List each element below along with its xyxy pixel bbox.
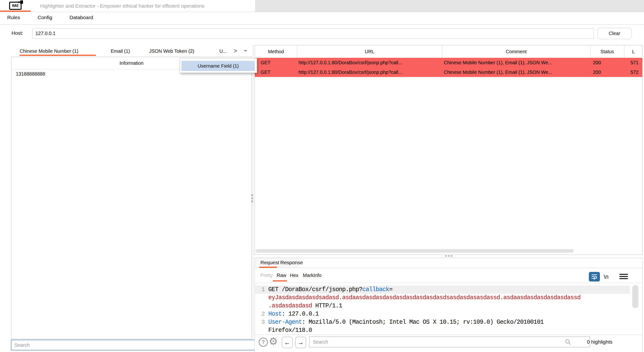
column-header-method[interactable]: Method [255, 45, 297, 58]
divider [255, 335, 642, 335]
message-editor-panel: RequestResponse PrettyRawHexMarkInfo \n … [255, 258, 642, 352]
editor-line: Firefox/118.0 [268, 326, 312, 334]
cell-length: 572 [630, 68, 638, 77]
view-tab-raw[interactable]: Raw [277, 270, 286, 280]
editor-search-input[interactable] [309, 336, 590, 348]
editor-menu-icon[interactable] [619, 274, 628, 280]
vertical-splitter-handle[interactable] [251, 200, 253, 202]
tab-config[interactable]: Config [38, 12, 52, 23]
search-icon [565, 338, 571, 345]
vertical-splitter-handle[interactable] [251, 194, 253, 196]
help-icon[interactable]: ? [259, 338, 268, 347]
message-tab-request[interactable]: Request [260, 258, 279, 267]
horizontal-splitter-handle[interactable] [445, 255, 447, 257]
titlebar-background [255, 0, 644, 12]
data-search-input[interactable] [11, 340, 255, 350]
column-header-status[interactable]: Status [590, 45, 624, 58]
main-tab-bar: RulesConfigDataboard [0, 12, 644, 25]
extracted-data-panel: Information 13188888888 [11, 57, 252, 339]
line-number: 1 [255, 286, 265, 294]
clear-button[interactable]: Clear [598, 28, 632, 39]
column-separator [297, 45, 297, 58]
request-row[interactable]: GEThttp://127.0.0.1:80/DoraBox/csrf/json… [255, 58, 642, 68]
gear-icon[interactable]: ⚙ [269, 336, 278, 347]
editor-line: eyJasdasdasdasdsadasd.asdaasdasdasdasdas… [268, 294, 580, 302]
editor-line: Host: 127.0.0.1 [268, 310, 319, 318]
requests-table: MethodURLCommentStatusL GEThttp://127.0.… [255, 45, 642, 255]
tab-scroll-right-icon[interactable]: > [234, 46, 237, 55]
cell-length: 571 [630, 58, 638, 68]
vertical-splitter[interactable] [253, 45, 253, 338]
dropdown-item-username-field-1[interactable]: Username Field (1) [182, 61, 255, 71]
view-tab-markinfo[interactable]: MarkInfo [303, 270, 322, 280]
app-title: Highlighter and Extractor - Empower ethi… [40, 0, 204, 12]
editor-text-segment: .asdasdasdasd [268, 302, 312, 309]
editor-text-segment: : 127.0.0.1 [282, 310, 319, 318]
cell-status: 200 [593, 58, 601, 68]
tab-overflow-dropdown-icon[interactable]: ⌄ [243, 45, 248, 54]
cell-url: http://127.0.0.1:80/DoraBox/csrf/jsonp.p… [298, 68, 402, 77]
datatype-tab-chinese-mobile-number-1[interactable]: Chinese Mobile Number (1) [20, 47, 78, 55]
datatype-tab-email-1[interactable]: Email (1) [111, 47, 130, 55]
column-header-url[interactable]: URL [297, 45, 442, 58]
view-tab-hex[interactable]: Hex [290, 270, 298, 280]
selected-extension-tab-underline [0, 10, 31, 12]
show-newlines-toggle[interactable]: \n [604, 272, 608, 282]
divider [255, 283, 642, 283]
view-tab-pretty[interactable]: Pretty [260, 270, 273, 280]
datatype-tab-json-web-token-2[interactable]: JSON Web Token (2) [149, 47, 194, 55]
hae-logo-pixel [22, 0, 22, 0]
editor-line: User-Agent: Mozilla/5.0 (Macintosh; Inte… [268, 318, 544, 326]
editor-text-segment: = [389, 286, 392, 293]
editor-line: GET /DoraBox/csrf/jsonp.php?callback= [268, 286, 392, 294]
cell-method: GET [260, 68, 270, 77]
hae-logo-pixel [18, 2, 20, 3]
editor-text-segment: Host [268, 310, 282, 318]
editor-line: .asdasdasdasd HTTP/1.1 [268, 302, 342, 310]
request-row[interactable]: GEThttp://127.0.0.1:80/DoraBox/csrf/json… [255, 68, 642, 77]
editor-text-segment: Firefox/118.0 [268, 327, 312, 334]
cell-url: http://127.0.0.1:80/DoraBox/csrf/jsonp.p… [298, 58, 402, 68]
horizontal-splitter-handle[interactable] [451, 255, 452, 257]
next-match-button[interactable]: → [295, 337, 306, 348]
window-titlebar: HAE Highlighter and Extractor - Empower … [0, 0, 644, 12]
cell-comment: Chinese Mobile Number (1), Email (1), JS… [444, 58, 552, 68]
column-separator [624, 45, 624, 58]
editor-text-segment: GET /DoraBox/csrf/jsonp.php? [268, 286, 362, 293]
column-separator [590, 45, 590, 58]
editor-text-segment: User-Agent [268, 319, 302, 326]
hae-logo-icon: HAE [9, 2, 22, 10]
previous-match-button[interactable]: ← [282, 337, 293, 348]
highlights-count-label: 0 highlights [587, 336, 612, 348]
datatype-overflow-dropdown: Username Field (1) [180, 58, 257, 73]
host-label: Host: [12, 25, 23, 41]
editor-text-segment: eyJasdasdasdasdsadasd.asdaasdasdasdasdas… [268, 294, 580, 301]
horizontal-scrollbar[interactable] [256, 249, 574, 253]
word-wrap-toggle-button[interactable] [589, 272, 600, 282]
cell-method: GET [260, 58, 270, 68]
column-header-l[interactable]: L [624, 45, 643, 58]
line-number: 2 [255, 310, 265, 318]
hae-logo-pixel [20, 0, 23, 4]
column-header-comment[interactable]: Comment [442, 45, 590, 58]
host-input[interactable] [32, 28, 594, 38]
selected-datatype-underline [20, 55, 96, 56]
vertical-scrollbar[interactable] [632, 285, 638, 308]
column-separator [442, 45, 442, 58]
editor-text-segment: : Mozilla/5.0 (Macintosh; Intel Mac OS X… [302, 319, 544, 326]
tab-databoard[interactable]: Databoard [70, 12, 93, 23]
selected-view-tab-underline [273, 280, 287, 282]
horizontal-splitter-handle[interactable] [448, 255, 450, 257]
cell-comment: Chinese Mobile Number (1), Email (1), JS… [444, 68, 552, 77]
datatype-tab-u[interactable]: U... [220, 47, 227, 55]
editor-text-segment: HTTP/1.1 [312, 302, 342, 309]
editor-text-segment: callback [362, 286, 389, 293]
message-tab-response[interactable]: Response [280, 258, 303, 267]
cell-status: 200 [593, 68, 601, 77]
vertical-splitter-handle[interactable] [251, 197, 253, 199]
host-bar: Host: Clear [0, 25, 644, 41]
divider [255, 268, 642, 268]
word-wrap-icon [590, 273, 598, 280]
tab-rules[interactable]: Rules [7, 12, 20, 23]
line-number: 3 [255, 318, 265, 326]
